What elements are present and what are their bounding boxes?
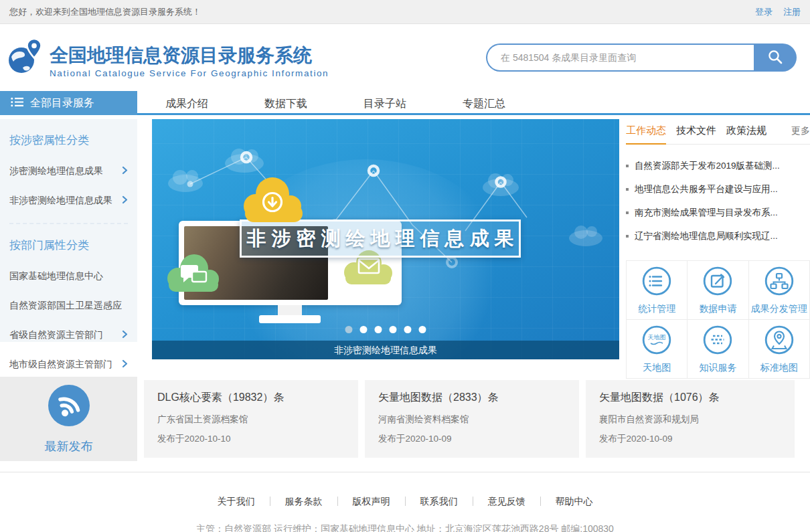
quicklink-knowledge[interactable]: 知识服务: [687, 320, 748, 378]
news-item[interactable]: 南充市测绘成果管理与目录发布系...: [626, 207, 810, 219]
quicklink-data-apply[interactable]: 数据申请: [687, 261, 748, 319]
svg-text:天地图: 天地图: [648, 334, 666, 341]
card-date: 发布于2020-10-09: [599, 433, 781, 445]
latest-label: 最新发布: [45, 438, 93, 454]
chat-cloud-icon: [161, 246, 228, 296]
sidebar-item-provincial[interactable]: 省级自然资源主管部门: [9, 329, 128, 341]
top-bar: 您好，欢迎来到全国地理信息资源目录服务系统！ 登录 注册: [0, 0, 810, 24]
footer-link-contact[interactable]: 联系我们: [405, 497, 473, 506]
news-item-text: 南充市测绘成果管理与目录发布系...: [635, 207, 778, 219]
sidebar-item-nonclassified[interactable]: 非涉密测绘地理信息成果: [9, 195, 128, 207]
search-button[interactable]: [754, 43, 797, 72]
news-item[interactable]: 地理信息公共服务平台建设与应用...: [626, 183, 810, 195]
rss-icon: [47, 383, 91, 430]
quicklink-statistics[interactable]: 统计管理: [627, 261, 687, 319]
news-item[interactable]: 辽宁省测绘地理信息局顺利实现辽...: [626, 230, 810, 242]
carousel-dot-5[interactable]: [404, 326, 412, 333]
download-cloud-icon: [234, 169, 313, 225]
nav-item-substations[interactable]: 目录子站: [335, 92, 434, 114]
sidebar-item-classified[interactable]: 涉密测绘地理信息成果: [9, 165, 128, 177]
nav-item-topics[interactable]: 专题汇总: [434, 92, 534, 114]
card-title: DLG核心要素（19832）条: [157, 391, 345, 405]
globe-pin-logo-icon: [7, 37, 44, 78]
footer-link-help[interactable]: 帮助中心: [540, 497, 608, 506]
latest-card[interactable]: 矢量地图数据（1076）条 襄阳市自然资源和规划局 发布于2020-10-09: [586, 380, 795, 458]
news-item-text: 地理信息公共服务平台建设与应用...: [635, 183, 778, 195]
carousel-dots: [345, 326, 426, 333]
news-tabs: 工作动态 技术文件 政策法规 更多: [626, 119, 810, 145]
distribution-icon: [764, 266, 795, 299]
quicklink-label: 标准地图: [760, 362, 798, 374]
knowledge-logo-icon: [702, 325, 733, 358]
carousel-dot-3[interactable]: [375, 326, 382, 333]
bullet-icon: [626, 188, 629, 191]
carousel-caption: 非涉密测绘地理信息成果: [152, 341, 619, 359]
card-title: 矢量地图数据（1076）条: [599, 391, 781, 405]
news-item-text: 辽宁省测绘地理信息局顺利实现辽...: [635, 230, 778, 242]
card-org: 广东省国土资源档案馆: [157, 414, 345, 426]
latest-card[interactable]: 矢量地图数据（2833）条 河南省测绘资料档案馆 发布于2020-10-09: [365, 380, 579, 458]
register-link[interactable]: 注册: [783, 6, 801, 18]
quicklink-standard-map[interactable]: 标准地图: [749, 320, 809, 378]
card-date: 发布于2020-10-10: [157, 433, 345, 445]
slide-title-box: 非涉密测绘地理信息成果: [240, 219, 521, 258]
quicklink-tianditu[interactable]: 天地图 天地图: [627, 320, 687, 378]
carousel-dot-4[interactable]: [390, 326, 397, 333]
carousel-dot-1[interactable]: [345, 326, 353, 333]
list-circle-icon: [641, 266, 672, 299]
latest-badge: 最新发布: [0, 377, 137, 461]
sidebar-item-ngcc[interactable]: 国家基础地理信息中心: [9, 270, 128, 282]
news-item[interactable]: 自然资源部关于发布2019版基础测...: [626, 160, 810, 172]
card-org: 河南省测绘资料档案馆: [378, 414, 566, 426]
chevron-right-icon: [122, 195, 128, 206]
sidebar-item-label: 省级自然资源主管部门: [9, 329, 103, 341]
bullet-icon: [626, 211, 629, 214]
quicklink-label: 成果分发管理: [751, 303, 807, 315]
right-panel: 工作动态 技术文件 政策法规 更多 自然资源部关于发布2019版基础测... 地…: [626, 119, 810, 359]
sidebar-heading-department: 按部门属性分类: [9, 224, 128, 253]
main-content: 按涉密属性分类 涉密测绘地理信息成果 非涉密测绘地理信息成果 按部门属性分类 国…: [0, 115, 810, 359]
news-list: 自然资源部关于发布2019版基础测... 地理信息公共服务平台建设与应用... …: [626, 145, 810, 256]
footer-info: 主管：自然资源部 运行维护：国家基础地理信息中心 地址：北京海淀区莲花池西路28…: [0, 523, 810, 532]
carousel-dot-2[interactable]: [360, 326, 368, 333]
carousel-dot-6[interactable]: [419, 326, 426, 333]
sidebar-item-satellite[interactable]: 自然资源部国土卫星遥感应: [9, 300, 128, 312]
footer: 关于我们 服务条款 版权声明 联系我们 意见反馈 帮助中心 主管：自然资源部 运…: [0, 472, 810, 532]
login-link[interactable]: 登录: [755, 6, 773, 18]
nav-item-intro[interactable]: 成果介绍: [137, 92, 236, 114]
welcome-text: 您好，欢迎来到全国地理信息资源目录服务系统！: [9, 6, 201, 18]
tab-policies[interactable]: 政策法规: [726, 124, 766, 143]
bullet-icon: [626, 165, 629, 167]
standard-map-icon: [764, 325, 795, 358]
brand: 全国地理信息资源目录服务系统 National Catalogue Servic…: [7, 37, 329, 78]
card-title: 矢量地图数据（2833）条: [378, 391, 566, 405]
sidebar: 按涉密属性分类 涉密测绘地理信息成果 非涉密测绘地理信息成果 按部门属性分类 国…: [0, 119, 137, 342]
carousel-slide[interactable]: 非涉密测绘地理信息成果: [152, 119, 619, 359]
sidebar-item-label: 涉密测绘地理信息成果: [9, 165, 103, 177]
footer-link-about[interactable]: 关于我们: [203, 497, 270, 506]
footer-link-feedback[interactable]: 意见反馈: [473, 497, 540, 506]
quicklinks-grid: 统计管理 数据申请: [626, 260, 810, 379]
chevron-right-icon: [122, 330, 128, 341]
latest-card[interactable]: DLG核心要素（19832）条 广东省国土资源档案馆 发布于2020-10-10: [144, 380, 358, 458]
card-date: 发布于2020-10-09: [378, 433, 566, 445]
edit-icon: [702, 266, 733, 299]
quicklink-distribution[interactable]: 成果分发管理: [749, 261, 809, 319]
nav-item-download[interactable]: 数据下载: [236, 92, 335, 114]
sidebar-item-municipal[interactable]: 地市级自然资源主管部门: [9, 359, 128, 371]
nav-catalog-button[interactable]: 全部目录服务: [0, 91, 137, 115]
footer-links: 关于我们 服务条款 版权声明 联系我们 意见反馈 帮助中心: [0, 497, 810, 506]
chevron-right-icon: [122, 166, 128, 177]
tab-tech-docs[interactable]: 技术文件: [676, 124, 716, 143]
footer-link-copyright[interactable]: 版权声明: [337, 497, 405, 506]
tianditu-logo-icon: 天地图: [641, 325, 672, 358]
tab-work-news[interactable]: 工作动态: [626, 124, 666, 145]
news-more-link[interactable]: 更多: [791, 125, 810, 143]
card-org: 襄阳市自然资源和规划局: [599, 414, 781, 426]
footer-link-terms[interactable]: 服务条款: [270, 497, 337, 506]
search-input[interactable]: [486, 43, 754, 72]
news-item-text: 自然资源部关于发布2019版基础测...: [635, 160, 780, 172]
quicklink-label: 数据申请: [699, 303, 736, 315]
sidebar-item-label: 地市级自然资源主管部门: [9, 359, 112, 371]
sidebar-item-label: 非涉密测绘地理信息成果: [9, 195, 112, 207]
